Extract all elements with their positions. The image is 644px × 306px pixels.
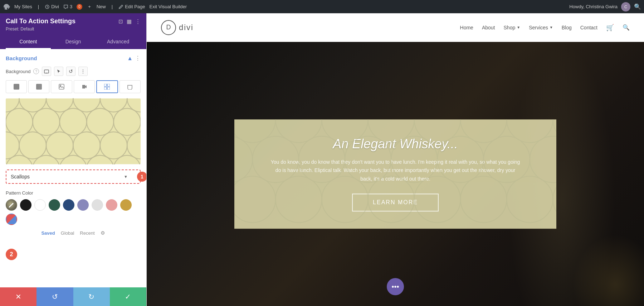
svg-rect-9: [107, 87, 110, 90]
cart-icon[interactable]: 🛒: [606, 24, 614, 32]
bg-label-row: Background ? ↺ ⋮: [6, 67, 141, 76]
site-menu: Home About Shop ▼ Services ▼ Blog Contac…: [460, 24, 630, 32]
swatch-darkblue[interactable]: [63, 199, 74, 211]
color-settings-gear-icon[interactable]: ⚙: [101, 230, 105, 236]
nav-shop[interactable]: Shop ▼: [504, 25, 521, 30]
logo-text: divi: [179, 23, 194, 32]
pattern-preview: [6, 98, 141, 164]
section-title-background: Background: [6, 55, 37, 61]
swatch-darkgreen[interactable]: [49, 199, 60, 211]
svg-point-33: [9, 206, 10, 207]
bg-cursor-icon[interactable]: [54, 67, 63, 76]
floating-action-button[interactable]: •••: [387, 278, 404, 295]
svg-rect-2: [14, 84, 19, 90]
search-nav-icon[interactable]: 🔍: [623, 24, 630, 31]
panel-content: Background ▲ ⋮ Background ? ↺ ⋮: [0, 49, 146, 287]
nav-services[interactable]: Services ▼: [529, 25, 553, 30]
pattern-tab-pattern[interactable]: [96, 80, 118, 93]
nav-blog[interactable]: Blog: [562, 25, 572, 30]
panel-columns-icon[interactable]: ▦: [127, 18, 132, 25]
site-nav: D divi Home About Shop ▼ Services ▼ Blog…: [147, 13, 644, 42]
search-admin-icon[interactable]: 🔍: [634, 3, 641, 10]
swatch-gold[interactable]: [120, 199, 132, 211]
right-side: D divi Home About Shop ▼ Services ▼ Blog…: [147, 13, 644, 306]
save-button[interactable]: ✓: [110, 287, 146, 306]
bg-device-icon[interactable]: [42, 67, 51, 76]
pattern-tab-color[interactable]: [6, 80, 27, 93]
badge-1: 1: [137, 172, 147, 182]
bg-reset-icon[interactable]: ↺: [66, 67, 75, 76]
bottom-bar: ✕ ↺ ↻ ✓: [0, 287, 146, 306]
nav-about[interactable]: About: [482, 25, 495, 30]
admin-bar: My Sites | Divi 3 0 + New | Edit Page Ex…: [0, 0, 644, 13]
wordpress-icon[interactable]: [3, 3, 10, 10]
redo-button[interactable]: ↻: [73, 287, 110, 306]
panel-preset[interactable]: Preset: Default: [6, 27, 141, 32]
edit-page-link[interactable]: Edit Page: [118, 4, 145, 9]
tab-design[interactable]: Design: [51, 35, 96, 49]
left-panel: Call To Action Settings ⊡ ▦ ⋮ Preset: De…: [0, 13, 147, 306]
pattern-color-label: Pattern Color: [6, 190, 141, 196]
swatch-pink[interactable]: [106, 199, 117, 211]
sep2: +: [88, 4, 91, 9]
color-swatches: [6, 199, 141, 225]
tab-content[interactable]: Content: [6, 35, 51, 49]
howdy-label: Howdy, Christina Gwira: [569, 4, 618, 9]
pattern-select-wrapper: Scallops Circles Dots Stripes Triangles …: [6, 169, 141, 184]
user-avatar[interactable]: C: [621, 2, 630, 11]
section-heading-background: Background ▲ ⋮: [6, 55, 141, 62]
svg-rect-3: [36, 84, 42, 90]
admin-bar-right: Howdy, Christina Gwira C 🔍: [569, 2, 641, 11]
color-tab-global[interactable]: Global: [61, 230, 74, 236]
swatch-white[interactable]: [34, 199, 46, 211]
swatch-eyedrop[interactable]: [6, 199, 17, 211]
cta-box: An Elegant Whiskey... You do know, you d…: [234, 119, 556, 229]
exit-builder-link[interactable]: Exit Visual Builder: [150, 4, 187, 9]
section-collapse-icon[interactable]: ▲: [127, 55, 133, 62]
mysites-link[interactable]: My Sites: [14, 4, 32, 9]
swatch-black[interactable]: [20, 199, 31, 211]
badge-2: 2: [6, 249, 17, 260]
bg-more-icon[interactable]: ⋮: [78, 67, 88, 76]
color-tab-saved[interactable]: Saved: [41, 230, 55, 236]
pattern-type-tabs: [6, 80, 141, 93]
pattern-tab-video[interactable]: [74, 80, 95, 93]
svg-rect-6: [104, 84, 107, 86]
swatch-lavender[interactable]: [77, 199, 89, 211]
floating-btn-dots-icon: •••: [391, 283, 399, 291]
svg-rect-8: [104, 87, 107, 90]
panel-header-top: Call To Action Settings ⊡ ▦ ⋮: [6, 18, 141, 25]
swatch-lightgray[interactable]: [92, 199, 103, 211]
cancel-button[interactable]: ✕: [0, 287, 36, 306]
section-controls: ▲ ⋮: [127, 55, 141, 62]
panel-header: Call To Action Settings ⊡ ▦ ⋮ Preset: De…: [0, 13, 146, 49]
comment-badge: 0: [77, 4, 82, 10]
comments-link[interactable]: 3: [63, 4, 72, 9]
pattern-tab-image[interactable]: [51, 80, 72, 93]
panel-resize-icon[interactable]: ⊡: [118, 18, 123, 25]
panel-header-icons: ⊡ ▦ ⋮: [118, 18, 141, 25]
shop-dropdown-icon: ▼: [517, 25, 520, 29]
color-tab-recent[interactable]: Recent: [80, 230, 94, 236]
bg-help-icon[interactable]: ?: [33, 68, 39, 74]
sep3: |: [112, 4, 113, 9]
pattern-select[interactable]: Scallops Circles Dots Stripes Triangles …: [6, 169, 141, 184]
site-name-link[interactable]: Divi: [45, 4, 59, 9]
undo-button[interactable]: ↺: [36, 287, 73, 306]
nav-home[interactable]: Home: [460, 25, 473, 30]
tab-advanced[interactable]: Advanced: [96, 35, 141, 49]
main-layout: Call To Action Settings ⊡ ▦ ⋮ Preset: De…: [0, 13, 644, 306]
pattern-tab-mask[interactable]: [119, 80, 141, 93]
pattern-tab-gradient[interactable]: [28, 80, 49, 93]
section-options-icon[interactable]: ⋮: [135, 55, 141, 62]
bg-label: Background: [6, 69, 30, 74]
panel-menu-icon[interactable]: ⋮: [135, 18, 141, 25]
hero-section: An Elegant Whiskey... You do know, you d…: [147, 42, 644, 306]
panel-tabs: Content Design Advanced: [6, 35, 141, 49]
site-logo[interactable]: D divi: [161, 20, 194, 35]
swatch-custom[interactable]: [6, 214, 17, 225]
new-link[interactable]: New: [97, 4, 106, 9]
sep1: |: [38, 4, 39, 9]
logo-circle: D: [161, 20, 176, 35]
nav-contact[interactable]: Contact: [580, 25, 597, 30]
